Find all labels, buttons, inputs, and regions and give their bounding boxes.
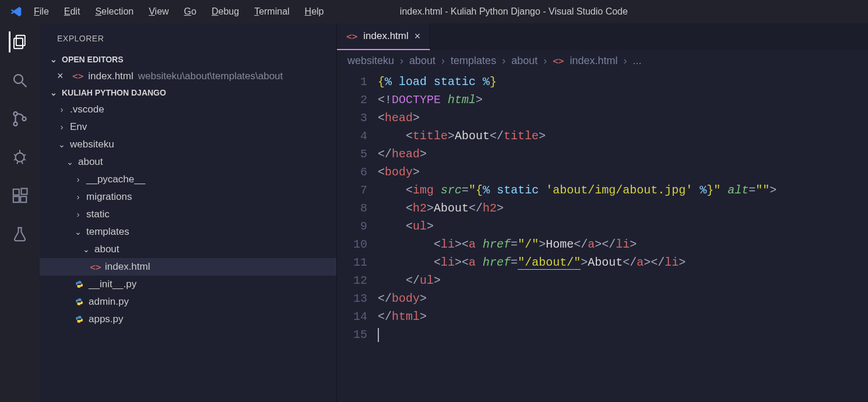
vscode-logo-icon (10, 6, 22, 17)
activity-bar (0, 23, 40, 402)
svg-point-2 (14, 75, 23, 83)
svg-rect-0 (16, 36, 25, 46)
chevron-right-icon: › (73, 210, 83, 219)
svg-rect-15 (13, 189, 19, 195)
menu-edit[interactable]: Edit (64, 6, 80, 17)
python-file-icon (73, 298, 85, 306)
python-file-icon (73, 315, 85, 323)
breadcrumbs[interactable]: websiteku › about › templates › about › … (337, 50, 868, 72)
breadcrumb-websiteku[interactable]: websiteku (347, 55, 394, 67)
explorer-sidebar: EXPLORER ⌄ OPEN EDITORS × <> index.html … (40, 23, 337, 402)
folder-about[interactable]: ⌄about (40, 153, 336, 171)
svg-point-6 (22, 117, 26, 121)
chevron-right-icon: › (624, 55, 627, 67)
folder-migrations[interactable]: ›migrations (40, 188, 336, 206)
chevron-right-icon: › (73, 192, 83, 202)
chevron-right-icon: › (502, 55, 505, 67)
window-title: index.html - Kuliah Python Django - Visu… (400, 6, 628, 17)
open-editors-header[interactable]: ⌄ OPEN EDITORS (40, 51, 336, 68)
html-file-icon: <> (346, 31, 357, 42)
folder-vscode[interactable]: ›.vscode (40, 101, 336, 118)
breadcrumb-file[interactable]: index.html (570, 55, 617, 67)
svg-line-3 (22, 83, 27, 87)
folder-templates[interactable]: ⌄templates (40, 223, 336, 241)
title-bar: File Edit Selection View Go Debug Termin… (0, 0, 868, 23)
folder-env[interactable]: ›Env (40, 118, 336, 136)
svg-rect-16 (13, 196, 19, 202)
menu-bar: File Edit Selection View Go Debug Termin… (34, 6, 324, 17)
file-init-py[interactable]: __init__.py (40, 276, 336, 293)
menu-selection[interactable]: Selection (95, 6, 133, 17)
chevron-down-icon: ⌄ (82, 245, 91, 254)
chevron-down-icon: ⌄ (73, 227, 83, 237)
menu-go[interactable]: Go (184, 6, 196, 17)
open-editor-item[interactable]: × <> index.html websiteku\about\template… (40, 68, 336, 84)
menu-help[interactable]: Help (305, 6, 324, 17)
chevron-right-icon: › (57, 105, 66, 114)
text-cursor (378, 328, 379, 342)
chevron-down-icon: ⌄ (65, 157, 75, 167)
svg-rect-18 (22, 189, 27, 195)
folder-websiteku[interactable]: ⌄websiteku (40, 136, 336, 153)
line-gutter: 123 456 789 101112 131415 (337, 73, 378, 402)
breadcrumb-about2[interactable]: about (511, 55, 537, 67)
file-admin-py[interactable]: admin.py (40, 293, 336, 311)
debug-icon[interactable] (9, 147, 30, 168)
html-file-icon: <> (553, 55, 564, 66)
svg-point-4 (13, 112, 17, 115)
svg-point-7 (16, 153, 24, 162)
testing-icon[interactable] (9, 224, 30, 245)
explorer-icon[interactable] (9, 31, 30, 52)
file-index-html[interactable]: <>index.html (40, 258, 336, 276)
editor-area: <> index.html × websiteku › about › temp… (337, 23, 868, 402)
menu-terminal[interactable]: Terminal (254, 6, 289, 17)
chevron-right-icon: › (57, 122, 66, 132)
chevron-right-icon: › (441, 55, 445, 67)
tab-index-html[interactable]: <> index.html × (337, 23, 430, 50)
breadcrumb-templates[interactable]: templates (451, 55, 496, 67)
workspace-header[interactable]: ⌄ KULIAH PYTHON DJANGO (40, 84, 336, 101)
file-apps-py[interactable]: apps.py (40, 311, 336, 328)
editor-tabs: <> index.html × (337, 23, 868, 50)
search-icon[interactable] (9, 70, 30, 91)
python-file-icon (73, 280, 85, 288)
breadcrumb-about[interactable]: about (409, 55, 435, 67)
source-control-icon[interactable] (9, 108, 30, 129)
svg-rect-17 (20, 196, 26, 202)
chevron-right-icon: › (73, 175, 83, 184)
explorer-title: EXPLORER (40, 23, 336, 51)
html-file-icon: <> (90, 262, 101, 273)
folder-about-templates[interactable]: ⌄about (40, 241, 336, 258)
menu-file[interactable]: File (34, 6, 49, 17)
close-icon[interactable]: × (414, 30, 421, 43)
breadcrumb-more[interactable]: ... (633, 55, 642, 67)
folder-static[interactable]: ›static (40, 206, 336, 223)
chevron-right-icon: › (543, 55, 547, 67)
close-icon[interactable]: × (57, 70, 68, 82)
chevron-down-icon: ⌄ (57, 140, 66, 149)
folder-pycache[interactable]: ›__pycache__ (40, 171, 336, 188)
chevron-down-icon: ⌄ (49, 55, 58, 64)
svg-rect-1 (14, 38, 23, 49)
chevron-right-icon: › (400, 55, 403, 67)
code-body[interactable]: {% load static %}<!DOCTYPE html><head> <… (378, 73, 868, 402)
extensions-icon[interactable] (9, 185, 30, 206)
menu-debug[interactable]: Debug (212, 6, 239, 17)
menu-view[interactable]: View (149, 6, 168, 17)
code-editor[interactable]: 123 456 789 101112 131415 {% load static… (337, 72, 868, 402)
chevron-down-icon: ⌄ (49, 88, 58, 97)
svg-point-5 (13, 122, 17, 126)
html-file-icon: <> (72, 70, 83, 82)
